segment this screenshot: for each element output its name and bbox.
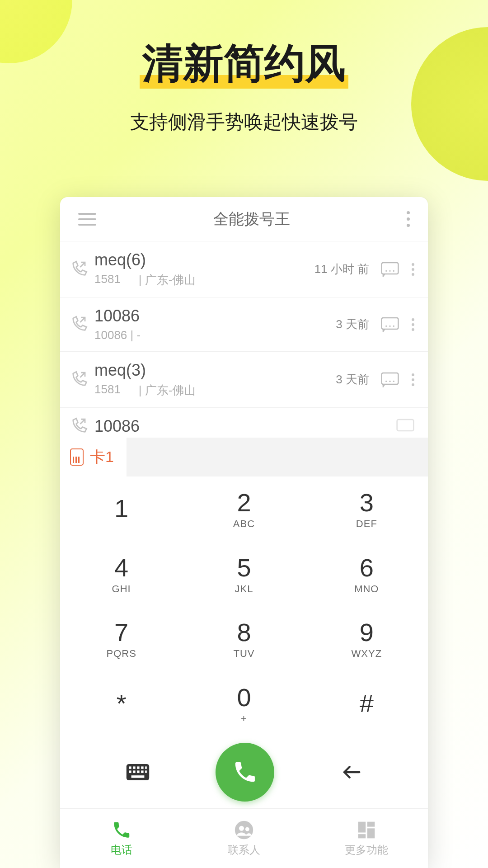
menu-icon[interactable]: [78, 213, 96, 226]
nav-contacts[interactable]: 联系人: [183, 809, 305, 868]
hero: 清新简约风 支持侧滑手势唤起快速拨号: [0, 36, 488, 135]
dial-action-row: [60, 736, 428, 808]
hero-title: 清新简约风: [142, 36, 346, 91]
svg-point-11: [393, 380, 394, 382]
bottom-nav: 电话 联系人 更多功能: [60, 808, 428, 868]
nav-more[interactable]: 更多功能: [305, 809, 428, 868]
svg-rect-23: [145, 770, 147, 773]
outgoing-call-icon: [69, 315, 88, 334]
key-1[interactable]: 1: [60, 476, 183, 542]
svg-rect-4: [382, 318, 399, 329]
sim-bar: 卡1: [60, 438, 428, 476]
call-region: | 广东-佛山: [139, 272, 196, 288]
svg-point-1: [385, 270, 387, 271]
svg-point-5: [385, 325, 387, 326]
dial-button[interactable]: [216, 743, 274, 802]
keyboard-icon[interactable]: [126, 763, 150, 781]
svg-rect-28: [358, 821, 366, 832]
svg-point-27: [245, 827, 249, 831]
svg-rect-18: [145, 766, 147, 769]
dialpad: 1 2ABC 3DEF 4GHI 5JKL 6MNO 7PQRS 8TUV 9W…: [60, 476, 428, 736]
call-item[interactable]: meq(3) 1581 | 广东-佛山 3 天前: [60, 352, 428, 408]
call-name: meq(3): [94, 361, 329, 380]
call-time: 3 天前: [336, 372, 369, 387]
svg-rect-17: [141, 766, 143, 769]
svg-rect-21: [137, 770, 139, 773]
call-number: 10086 | -: [94, 328, 141, 342]
key-star[interactable]: *: [60, 671, 183, 736]
item-more-icon[interactable]: [412, 263, 414, 276]
call-item[interactable]: meq(6) 1581 | 广东-佛山 11 小时 前: [60, 241, 428, 297]
svg-point-7: [393, 325, 394, 326]
outgoing-call-icon: [69, 417, 88, 436]
svg-rect-8: [382, 373, 399, 384]
call-list: meq(6) 1581 | 广东-佛山 11 小时 前 10086 10086 …: [60, 241, 428, 438]
item-more-icon[interactable]: [412, 318, 414, 331]
hero-subtitle: 支持侧滑手势唤起快速拨号: [0, 109, 488, 135]
grid-icon: [357, 820, 376, 840]
svg-rect-16: [137, 766, 139, 769]
backspace-icon[interactable]: [340, 762, 362, 783]
contacts-icon: [234, 820, 254, 840]
outgoing-call-icon: [69, 260, 88, 279]
call-main: meq(3) 1581 | 广东-佛山: [94, 361, 329, 398]
svg-point-2: [389, 270, 390, 271]
call-number: 1581: [94, 382, 121, 398]
svg-rect-22: [141, 770, 143, 773]
key-3[interactable]: 3DEF: [305, 476, 428, 542]
key-hash[interactable]: #: [305, 671, 428, 736]
key-4[interactable]: 4GHI: [60, 542, 183, 607]
svg-rect-20: [133, 770, 135, 773]
nav-label: 联系人: [228, 843, 260, 857]
outgoing-call-icon: [69, 370, 88, 389]
svg-rect-29: [367, 821, 375, 826]
key-2[interactable]: 2ABC: [183, 476, 305, 542]
call-time: 11 小时 前: [314, 261, 369, 277]
call-name: meq(6): [94, 250, 308, 269]
key-7[interactable]: 7PQRS: [60, 606, 183, 671]
svg-rect-0: [382, 263, 399, 274]
nav-label: 更多功能: [345, 843, 388, 857]
sms-icon[interactable]: [396, 419, 414, 434]
svg-rect-24: [131, 775, 145, 778]
svg-point-6: [389, 325, 390, 326]
call-name: 10086: [94, 307, 329, 326]
call-region: | 广东-佛山: [139, 382, 196, 398]
app-title: 全能拨号王: [213, 209, 290, 230]
call-time: 3 天前: [336, 316, 369, 332]
svg-point-9: [385, 380, 387, 382]
phone-icon: [112, 820, 131, 840]
svg-rect-31: [358, 834, 366, 838]
phone-icon: [232, 760, 258, 785]
key-5[interactable]: 5JKL: [183, 542, 305, 607]
key-9[interactable]: 9WXYZ: [305, 606, 428, 671]
call-item[interactable]: 10086: [60, 408, 428, 438]
key-0[interactable]: 0+: [183, 671, 305, 736]
svg-rect-30: [367, 828, 375, 838]
sms-icon[interactable]: [381, 262, 399, 277]
svg-point-3: [393, 270, 394, 271]
call-main: 10086: [94, 417, 390, 436]
item-more-icon[interactable]: [412, 373, 414, 386]
svg-rect-19: [129, 770, 131, 773]
call-number: 1581: [94, 272, 121, 288]
svg-point-10: [389, 380, 390, 382]
sim-label: 卡1: [90, 447, 114, 467]
key-6[interactable]: 6MNO: [305, 542, 428, 607]
more-icon[interactable]: [407, 211, 410, 227]
nav-label: 电话: [111, 843, 132, 857]
svg-point-26: [239, 826, 244, 830]
key-8[interactable]: 8TUV: [183, 606, 305, 671]
sim-card-selector[interactable]: 卡1: [60, 438, 127, 476]
app-header: 全能拨号王: [60, 197, 428, 241]
call-main: meq(6) 1581 | 广东-佛山: [94, 250, 308, 288]
call-name: 10086: [94, 417, 390, 436]
svg-rect-15: [133, 766, 135, 769]
sms-icon[interactable]: [381, 372, 399, 387]
svg-rect-14: [129, 766, 131, 769]
phone-frame: 全能拨号王 meq(6) 1581 | 广东-佛山 11 小时 前: [60, 197, 428, 868]
svg-point-25: [235, 821, 253, 839]
nav-phone[interactable]: 电话: [60, 809, 183, 868]
sms-icon[interactable]: [381, 317, 399, 332]
call-item[interactable]: 10086 10086 | - 3 天前: [60, 297, 428, 352]
